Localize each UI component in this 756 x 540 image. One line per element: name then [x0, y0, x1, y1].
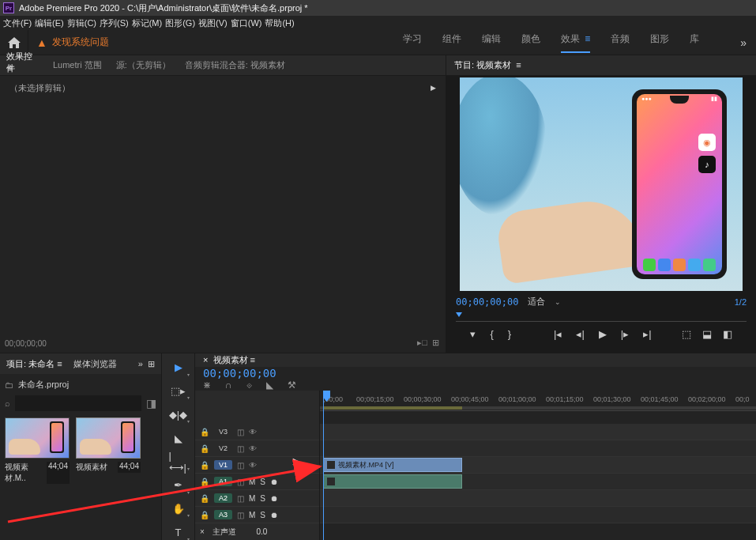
tab-audio[interactable]: 音频	[611, 32, 630, 53]
sync-icon[interactable]: ◫	[237, 444, 244, 453]
lock-icon[interactable]: 🔒	[200, 428, 209, 436]
extract-icon[interactable]: ⬓	[702, 328, 712, 340]
go-out-icon[interactable]: ▸|	[643, 328, 651, 340]
menu-edit[interactable]: 编辑(E)	[35, 17, 64, 29]
settings-icon[interactable]: ⚒	[288, 380, 296, 391]
play-icon[interactable]: ▶	[599, 328, 607, 340]
video-preview[interactable]: ●●●▮▮ ◉ ♪	[460, 77, 743, 291]
v3-track[interactable]	[320, 424, 756, 440]
expand-icon[interactable]: ▶	[431, 84, 436, 92]
step-back-icon[interactable]: ◂|	[576, 328, 584, 340]
bracket-in-icon[interactable]: {	[490, 328, 493, 340]
v1-track[interactable]: 视频素材.MP4 [V]	[320, 457, 756, 474]
video-clip[interactable]: 视频素材.MP4 [V]	[323, 458, 462, 472]
tab-project[interactable]: 项目: 未命名 ≡	[6, 358, 62, 370]
lock-icon[interactable]: 🔒	[200, 494, 209, 503]
a2-track[interactable]	[320, 490, 756, 507]
chevron-down-icon[interactable]: ⌄	[555, 298, 561, 306]
tab-media-browser[interactable]: 媒体浏览器	[73, 358, 117, 370]
track-a1[interactable]: 🔒A1◫MS⏺	[195, 474, 319, 490]
fit-dropdown[interactable]: 适合	[528, 296, 545, 308]
resolution-dropdown[interactable]: 1/2	[735, 297, 747, 307]
razor-tool[interactable]: ◣	[169, 430, 188, 446]
link-icon[interactable]: ⟐	[246, 380, 252, 391]
lock-icon[interactable]: 🔒	[200, 461, 209, 470]
menu-clip[interactable]: 剪辑(C)	[67, 17, 96, 29]
tab-editing[interactable]: 编辑	[482, 32, 501, 53]
sync-icon[interactable]: ◫	[237, 428, 244, 436]
lock-icon[interactable]: 🔒	[200, 444, 209, 453]
mark-in-icon[interactable]: ▾	[470, 328, 476, 340]
v2-track[interactable]	[320, 440, 756, 457]
menu-markers[interactable]: 标记(M)	[132, 17, 163, 29]
track-select-tool[interactable]: ⬚▸▾	[169, 383, 188, 399]
bracket-out-icon[interactable]: }	[508, 328, 511, 340]
export-frame-icon[interactable]: ◧	[723, 328, 732, 340]
selection-tool[interactable]: ▶▾	[169, 360, 188, 376]
lock-icon[interactable]: 🔒	[200, 511, 209, 519]
mic-icon[interactable]: ⏺	[270, 494, 278, 503]
system-warning[interactable]: ▲ 发现系统问题	[36, 36, 109, 49]
track-v3[interactable]: 🔒V3◫👁	[195, 424, 319, 440]
tab-graphics[interactable]: 图形	[650, 32, 669, 53]
ripple-edit-tool[interactable]: ◆|◆▾	[169, 406, 188, 422]
mic-icon[interactable]: ⏺	[270, 478, 278, 486]
tab-source[interactable]: 源:（无剪辑）	[116, 59, 171, 71]
tab-lumetri[interactable]: Lumetri 范围	[53, 59, 102, 71]
eye-icon[interactable]: 👁	[249, 444, 257, 453]
track-v2[interactable]: 🔒V2◫👁	[195, 440, 319, 457]
effect-timecode[interactable]: 00;00;00;00	[5, 339, 47, 348]
menu-window[interactable]: 窗口(W)	[231, 17, 262, 29]
clip-item[interactable]: 视频素材.M..44;04	[5, 417, 70, 484]
eye-icon[interactable]: 👁	[249, 461, 257, 470]
track-a3[interactable]: 🔒A3◫MS⏺	[195, 507, 319, 523]
slip-tool[interactable]: |⟷|▾	[169, 454, 188, 470]
clip-item[interactable]: 视频素材44;04	[76, 417, 141, 484]
menu-view[interactable]: 视图(V)	[198, 17, 228, 29]
effect-icon-2[interactable]: ⊞	[432, 338, 439, 348]
go-in-icon[interactable]: |◂	[554, 328, 562, 340]
menu-file[interactable]: 文件(F)	[3, 17, 32, 29]
tab-color[interactable]: 颜色	[521, 32, 540, 53]
timeline-tracks[interactable]: ;00;00 00;00;15;00 00;00;30;00 00;00;45;…	[320, 391, 756, 540]
sequence-name[interactable]: 视频素材	[213, 354, 248, 366]
effect-icon-1[interactable]: ▸□	[417, 338, 427, 348]
tab-library[interactable]: 库	[690, 32, 699, 53]
tab-assembly[interactable]: 组件	[442, 32, 461, 53]
mic-icon[interactable]: ⏺	[270, 511, 278, 519]
track-v1[interactable]: 🔒V1◫👁	[195, 457, 319, 474]
track-a2[interactable]: 🔒A2◫MS⏺	[195, 490, 319, 507]
pen-tool[interactable]: ✒▾	[169, 478, 188, 493]
type-tool[interactable]: T▾	[169, 524, 188, 540]
marker-icon[interactable]: ◣	[266, 380, 273, 391]
playhead-icon[interactable]	[456, 311, 462, 322]
sync-icon[interactable]: ◫	[237, 461, 244, 470]
program-scrubber[interactable]	[456, 311, 747, 322]
tab-audio-mixer[interactable]: 音频剪辑混合器: 视频素材	[185, 59, 285, 71]
step-fwd-icon[interactable]: |▸	[621, 328, 629, 340]
tab-learn[interactable]: 学习	[403, 32, 422, 53]
bin-row[interactable]: 🗀 未命名.prproj	[5, 379, 156, 391]
playhead[interactable]	[323, 391, 324, 540]
menu-graphics[interactable]: 图形(G)	[165, 17, 195, 29]
hand-tool[interactable]: ✋▾	[169, 501, 188, 517]
new-item-icon[interactable]: ◨	[146, 397, 156, 410]
workspace-overflow[interactable]: »	[731, 36, 756, 49]
eye-icon[interactable]: 👁	[249, 428, 257, 436]
audio-clip[interactable]	[323, 474, 462, 489]
tab-effects[interactable]: 效果 ≡	[561, 32, 591, 53]
lift-icon[interactable]: ⬚	[682, 328, 691, 340]
lock-icon[interactable]: 🔒	[200, 478, 209, 486]
magnet-icon[interactable]: ∩	[225, 380, 232, 391]
project-overflow[interactable]: » ⊞	[138, 359, 155, 369]
timeline-timecode[interactable]: 00;00;00;00	[203, 367, 276, 380]
menu-help[interactable]: 帮助(H)	[265, 17, 294, 29]
snap-icon[interactable]: ⋇	[203, 380, 211, 391]
program-timecode[interactable]: 00;00;00;00	[456, 296, 518, 308]
timeline-ruler[interactable]: ;00;00 00;00;15;00 00;00;30;00 00;00;45;…	[320, 391, 756, 411]
a3-track[interactable]	[320, 507, 756, 523]
search-input[interactable]	[15, 395, 141, 411]
a1-track[interactable]	[320, 474, 756, 490]
master-track[interactable]: × 主声道 0.0	[195, 523, 319, 540]
menu-sequence[interactable]: 序列(S)	[100, 17, 129, 29]
